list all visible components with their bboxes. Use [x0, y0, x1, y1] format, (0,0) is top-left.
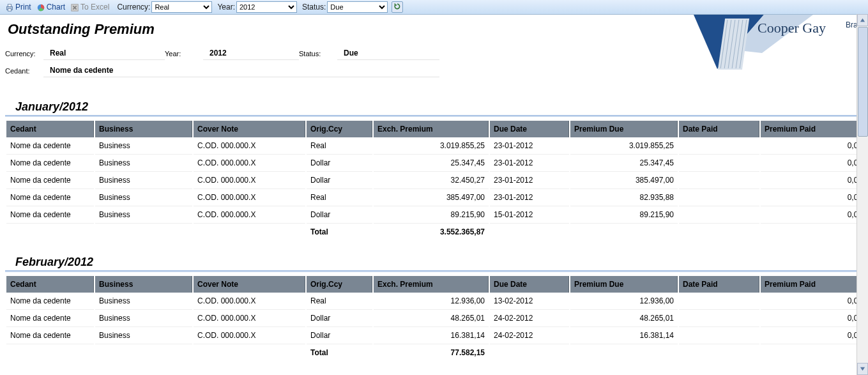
cell-covernote: C.OD. 000.000.X — [194, 189, 305, 206]
col-business[interactable]: Business — [95, 121, 192, 137]
cell-business: Business — [95, 310, 192, 327]
cell-duedate: 24-02-2012 — [490, 310, 569, 327]
table-row[interactable]: Nome da cedenteBusinessC.OD. 000.000.XDo… — [6, 310, 866, 327]
table-row[interactable]: Nome da cedenteBusinessC.OD. 000.000.XDo… — [6, 155, 866, 172]
col-origccy[interactable]: Orig.Ccy — [307, 276, 372, 293]
excel-icon — [70, 3, 79, 11]
print-label: Print — [15, 0, 31, 14]
col-duedate[interactable]: Due Date — [490, 121, 569, 137]
summary-cedant-label: Cedant: — [5, 67, 43, 75]
col-premiumdue[interactable]: Premium Due — [570, 276, 678, 293]
col-cedant[interactable]: Cedant — [6, 121, 94, 137]
total-row: Total77.582,15 — [6, 344, 866, 361]
cell-premiumdue: 48.265,01 — [570, 310, 678, 327]
cell-covernote: C.OD. 000.000.X — [194, 172, 305, 189]
cell-origccy: Real — [307, 293, 372, 310]
col-datepaid[interactable]: Date Paid — [679, 276, 759, 293]
cell-duedate: 23-01-2012 — [490, 189, 569, 206]
table-row[interactable]: Nome da cedenteBusinessC.OD. 000.000.XRe… — [6, 137, 866, 155]
cell-duedate: 13-02-2012 — [490, 293, 569, 310]
cell-cedant: Nome da cedente — [6, 293, 94, 310]
cell-origccy: Real — [307, 189, 372, 206]
currency-select-label: Currency: — [117, 3, 150, 11]
cell-premiumpaid: 0,00 — [761, 189, 866, 206]
toexcel-label: To Excel — [80, 0, 109, 14]
total-row: Total3.552.365,87 — [6, 224, 866, 240]
col-business[interactable]: Business — [95, 276, 192, 293]
refresh-icon — [393, 3, 401, 12]
cell-exchpremium: 3.019.855,25 — [374, 137, 489, 155]
cell-premiumpaid: 0,00 — [761, 137, 866, 155]
section-separator — [5, 115, 860, 117]
cell-duedate: 15-01-2012 — [490, 206, 569, 224]
chart-label: Chart — [47, 0, 65, 14]
col-covernote[interactable]: Cover Note — [194, 276, 305, 293]
year-select[interactable]: 2012 — [236, 1, 297, 13]
col-cedant[interactable]: Cedant — [6, 276, 94, 293]
total-value: 3.552.365,87 — [374, 224, 489, 240]
status-select[interactable]: Due — [327, 1, 388, 13]
printer-icon — [5, 3, 14, 11]
col-premiumdue[interactable]: Premium Due — [570, 121, 678, 137]
cell-premiumdue: 16.381,14 — [570, 327, 678, 344]
table-row[interactable]: Nome da cedenteBusinessC.OD. 000.000.XDo… — [6, 172, 866, 189]
cell-business: Business — [95, 137, 192, 155]
cell-cedant: Nome da cedente — [6, 327, 94, 344]
summary-currency-label: Currency: — [5, 50, 43, 57]
cell-premiumdue: 82.935,88 — [570, 189, 678, 206]
cell-business: Business — [95, 327, 192, 344]
cell-origccy: Dollar — [307, 172, 372, 189]
print-button[interactable]: Print — [3, 0, 34, 14]
cell-business: Business — [95, 172, 192, 189]
cell-datepaid — [679, 189, 759, 206]
chart-button[interactable]: Chart — [34, 0, 68, 14]
cell-datepaid — [679, 206, 759, 224]
currency-select[interactable]: Real — [151, 1, 212, 13]
cell-datepaid — [679, 293, 759, 310]
cell-premiumpaid: 0,00 — [761, 293, 866, 310]
scroll-thumb[interactable] — [858, 27, 868, 137]
cell-covernote: C.OD. 000.000.X — [194, 293, 305, 310]
cell-cedant: Nome da cedente — [6, 172, 94, 189]
scroll-down-arrow-icon[interactable] — [857, 363, 868, 374]
table-row[interactable]: Nome da cedenteBusinessC.OD. 000.000.XRe… — [6, 189, 866, 206]
col-premiumpaid[interactable]: Premium Paid — [761, 121, 866, 137]
scroll-up-arrow-icon[interactable] — [857, 14, 868, 26]
col-origccy[interactable]: Orig.Ccy — [307, 121, 372, 137]
cell-datepaid — [679, 155, 759, 172]
col-exchpremium[interactable]: Exch. Premium — [374, 121, 489, 137]
cell-covernote: C.OD. 000.000.X — [194, 137, 305, 155]
cell-datepaid — [679, 137, 759, 155]
col-datepaid[interactable]: Date Paid — [679, 121, 759, 137]
cell-premiumdue: 385.497,00 — [570, 172, 678, 189]
refresh-button[interactable] — [392, 1, 403, 13]
table-row[interactable]: Nome da cedenteBusinessC.OD. 000.000.XRe… — [6, 293, 866, 310]
svg-rect-2 — [8, 9, 11, 11]
cell-origccy: Dollar — [307, 310, 372, 327]
brand-name: Cooper Gay — [758, 20, 826, 36]
cell-covernote: C.OD. 000.000.X — [194, 327, 305, 344]
cell-datepaid — [679, 327, 759, 344]
vertical-scrollbar[interactable] — [857, 14, 868, 374]
cell-exchpremium: 48.265,01 — [374, 310, 489, 327]
table-row[interactable]: Nome da cedenteBusinessC.OD. 000.000.XDo… — [6, 206, 866, 224]
cell-cedant: Nome da cedente — [6, 155, 94, 172]
col-covernote[interactable]: Cover Note — [194, 121, 305, 137]
cell-duedate: 23-01-2012 — [490, 137, 569, 155]
col-exchpremium[interactable]: Exch. Premium — [374, 276, 489, 293]
col-premiumpaid[interactable]: Premium Paid — [761, 276, 866, 293]
cell-business: Business — [95, 155, 192, 172]
cell-premiumpaid: 0,00 — [761, 310, 866, 327]
cell-covernote: C.OD. 000.000.X — [194, 155, 305, 172]
total-value: 77.582,15 — [374, 344, 489, 361]
col-duedate[interactable]: Due Date — [490, 276, 569, 293]
cell-business: Business — [95, 293, 192, 310]
cell-cedant: Nome da cedente — [6, 189, 94, 206]
cell-premiumdue: 3.019.855,25 — [570, 137, 678, 155]
cell-business: Business — [95, 189, 192, 206]
cell-origccy: Real — [307, 137, 372, 155]
brand-logo: Cooper Gay Brasil — [657, 15, 867, 75]
cell-exchpremium: 385.497,00 — [374, 189, 489, 206]
table-row[interactable]: Nome da cedenteBusinessC.OD. 000.000.XDo… — [6, 327, 866, 344]
cell-duedate: 23-01-2012 — [490, 155, 569, 172]
